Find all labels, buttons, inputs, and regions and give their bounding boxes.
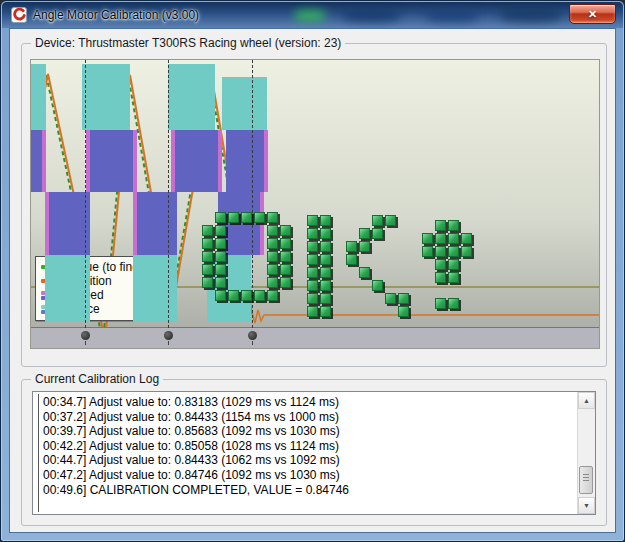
ok-block-letter-K: [307, 293, 318, 304]
ok-block-letter-K: [398, 293, 409, 304]
chart-dashed-line: [168, 60, 169, 328]
ok-block-letter-!: [422, 246, 433, 257]
ok-block-letter-!: [435, 298, 446, 309]
log-line: 00:42.2] Adjust value to: 0.85058 (1028 …: [43, 439, 575, 454]
ok-block-letter-!: [422, 233, 433, 244]
ok-block-letter-K: [359, 241, 370, 252]
ok-block-letter-K: [307, 267, 318, 278]
log-scrollbar[interactable]: ▲ ▼: [577, 392, 595, 514]
title-bar[interactable]: Angle Motor Calibration (v3.00) ✕: [2, 2, 623, 28]
ok-block-letter-K: [320, 241, 331, 252]
ok-block-letter-K: [346, 254, 357, 265]
ok-block-letter-K: [307, 228, 318, 239]
ok-block-letter-K: [307, 280, 318, 291]
ok-block-letter-O: [280, 225, 291, 236]
ok-block-letter-O: [215, 264, 226, 275]
chart-dashed-line: [85, 60, 86, 328]
glass-reflection: [342, 9, 400, 22]
ok-block-letter-K: [307, 254, 318, 265]
scrollbar-thumb[interactable]: [579, 466, 593, 494]
ok-block-letter-O: [280, 277, 291, 288]
ok-block-letter-K: [307, 215, 318, 226]
ok-block-letter-K: [372, 280, 383, 291]
chart-rect-cyan: [168, 64, 215, 130]
ok-block-letter-K: [385, 293, 396, 304]
chart-dashed-line: [252, 60, 253, 328]
ok-block-letter-K: [359, 267, 370, 278]
chart-rect-cyan: [222, 77, 267, 130]
ok-block-letter-!: [448, 272, 459, 283]
ok-block-letter-K: [398, 306, 409, 317]
scrollbar-grip-icon: [583, 477, 589, 478]
chart-rect-purple: [49, 192, 90, 255]
ok-block-letter-O: [202, 264, 213, 275]
glass-reflection: [294, 10, 326, 21]
device-groupbox-label: Device: Thrustmaster T300RS Racing wheel…: [31, 36, 345, 50]
ok-block-letter-O: [202, 238, 213, 249]
ok-block-letter-O: [202, 277, 213, 288]
ok-block-letter-O: [202, 225, 213, 236]
device-groupbox: Device: Thrustmaster T300RS Racing wheel…: [21, 43, 607, 367]
ok-block-letter-K: [320, 267, 331, 278]
log-line: 00:34.7] Adjust value to: 0.83183 (1029 …: [43, 395, 575, 410]
ok-block-letter-!: [435, 246, 446, 257]
ok-block-letter-O: [202, 251, 213, 262]
chart-rect-cyan: [133, 255, 177, 322]
ok-block-letter-O: [215, 238, 226, 249]
ok-block-letter-!: [448, 220, 459, 231]
app-icon: [11, 7, 27, 23]
chart-rect-purple: [31, 130, 42, 192]
window-title: Angle Motor Calibration (v3.00): [33, 8, 199, 22]
chart-rect-purple: [137, 192, 177, 255]
chart-rect-purple: [226, 130, 264, 192]
axis-marker-dot: [248, 331, 257, 340]
ok-block-letter-K: [307, 241, 318, 252]
ok-block-letter-O: [215, 277, 226, 288]
chart-rect-cyan: [45, 255, 90, 322]
ok-block-letter-O: [267, 290, 278, 301]
axis-marker-tick: [168, 341, 169, 345]
ok-block-letter-!: [435, 233, 446, 244]
ok-block-letter-!: [448, 298, 459, 309]
axis-marker-dot: [164, 331, 173, 340]
chart-canvas: Value (to find)PositionSpeedForce: [30, 59, 600, 349]
chart-rect-cyan: [207, 255, 251, 322]
ok-block-letter-K: [320, 215, 331, 226]
ok-block-letter-!: [435, 272, 446, 283]
ok-block-letter-K: [307, 306, 318, 317]
ok-block-letter-K: [346, 241, 357, 252]
ok-block-letter-O: [267, 251, 278, 262]
glass-reflection: [426, 9, 478, 22]
ok-block-letter-O: [280, 238, 291, 249]
ok-block-letter-K: [372, 228, 383, 239]
ok-block-letter-O: [267, 212, 278, 223]
ok-block-letter-K: [372, 215, 383, 226]
chart-rect-magenta: [133, 130, 137, 192]
chart-rect-cyan: [82, 64, 130, 130]
scroll-down-icon[interactable]: ▼: [578, 497, 595, 514]
ok-block-letter-!: [435, 220, 446, 231]
scroll-up-icon[interactable]: ▲: [578, 392, 595, 409]
close-button[interactable]: ✕: [569, 4, 616, 24]
ok-block-letter-O: [215, 212, 226, 223]
ok-block-letter-O: [267, 277, 278, 288]
ok-block-letter-O: [254, 212, 265, 223]
ok-block-letter-!: [448, 233, 459, 244]
log-groupbox-label: Current Calibration Log: [31, 372, 163, 386]
ok-block-letter-O: [280, 264, 291, 275]
log-line: 00:39.7] Adjust value to: 0.85683 (1092 …: [43, 424, 575, 439]
log-groupbox: Current Calibration Log 00:34.7] Adjust …: [21, 379, 607, 526]
ok-block-letter-O: [267, 264, 278, 275]
log-line: 00:44.7] Adjust value to: 0.84433 (1062 …: [43, 453, 575, 468]
ok-block-letter-O: [241, 290, 252, 301]
calibration-log-textbox[interactable]: 00:34.7] Adjust value to: 0.83183 (1029 …: [32, 391, 596, 515]
axis-marker-dot: [81, 331, 90, 340]
ok-block-letter-!: [448, 246, 459, 257]
ok-block-letter-!: [448, 259, 459, 270]
chart-rect-magenta: [264, 130, 268, 192]
axis-marker-tick: [252, 341, 253, 345]
ok-block-letter-!: [461, 246, 472, 257]
ok-block-letter-O: [228, 212, 239, 223]
chart-rect-magenta: [42, 130, 46, 192]
ok-block-letter-O: [267, 238, 278, 249]
